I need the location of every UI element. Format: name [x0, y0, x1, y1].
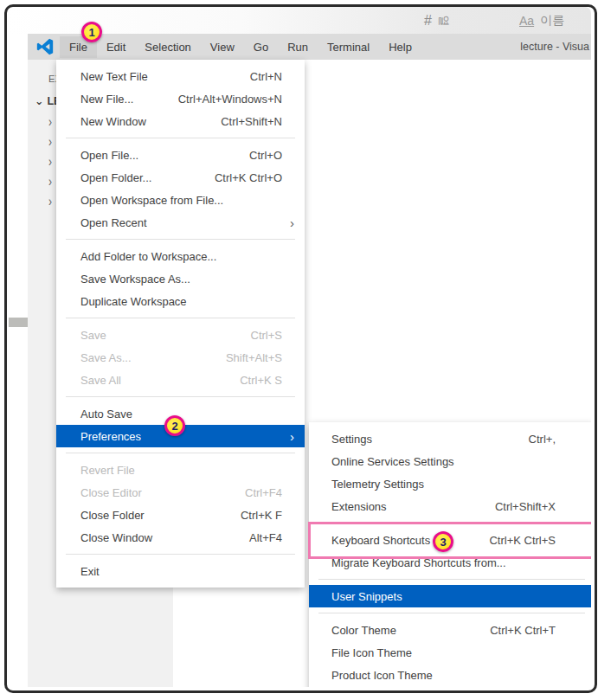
menu-item-shortcut: Ctrl+N [250, 70, 294, 83]
menu-item-label: Open Folder... [80, 171, 151, 184]
menubar-item-go[interactable]: Go [244, 36, 278, 58]
aa-icon: Aa [519, 14, 534, 28]
menu-item-label: Close Window [80, 531, 152, 544]
column-label: 열 [435, 16, 451, 27]
menu-item-shortcut: Ctrl+Alt+Windows+N [178, 93, 294, 106]
menu-item-new-file[interactable]: New File...Ctrl+Alt+Windows+N [56, 87, 305, 110]
menu-item-shortcut: Ctrl+, [529, 433, 556, 446]
menu-separator [56, 234, 305, 245]
chevron-right-icon: › [48, 133, 52, 149]
menu-item-label: Add Folder to Workspace... [80, 250, 216, 263]
menu-item-label: Settings [331, 433, 372, 446]
menu-item-label: Preferences [80, 430, 141, 443]
menu-item-label: Save Workspace As... [80, 273, 190, 286]
menubar-item-edit[interactable]: Edit [97, 36, 135, 58]
menu-item-label: Online Services Settings [331, 455, 454, 468]
menu-item-shortcut: Ctrl+Shift+N [221, 115, 294, 128]
menu-item-new-window[interactable]: New WindowCtrl+Shift+N [56, 110, 305, 132]
menu-item-shortcut: Ctrl+F4 [245, 486, 294, 499]
menu-item-label: Exit [80, 565, 100, 578]
menu-separator [309, 607, 591, 619]
menu-item-duplicate-workspace[interactable]: Duplicate Workspace [56, 290, 305, 312]
menu-item-label: File Icon Theme [331, 646, 412, 659]
menu-separator [56, 391, 305, 402]
menu-item-label: Save [80, 329, 106, 342]
chevron-down-icon: ⌄ [35, 94, 43, 107]
explorer-tree-item[interactable]: › [48, 132, 52, 151]
menu-item-shortcut: Ctrl+K Ctrl+S [489, 534, 556, 547]
menu-separator [309, 517, 591, 529]
submenu-arrow-icon: › [290, 216, 294, 229]
explorer-tree-item[interactable]: › [48, 151, 52, 171]
explorer-tree-item[interactable]: › [48, 112, 52, 132]
menu-item-label: Duplicate Workspace [80, 295, 187, 308]
menubar-item-terminal[interactable]: Terminal [318, 36, 379, 58]
menu-item-telemetry-settings[interactable]: Telemetry Settings [309, 472, 591, 495]
menu-item-new-text-file[interactable]: New Text FileCtrl+N [56, 65, 305, 87]
menu-item-label: Save All [80, 374, 121, 387]
menu-bar-items: FileEditSelectionViewGoRunTerminalHelp [60, 36, 421, 58]
menu-item-label: Keyboard Shortcuts [331, 534, 430, 547]
menu-item-product-icon-theme[interactable]: Product Icon Theme [309, 664, 591, 686]
menu-item-shortcut: Alt+F4 [249, 531, 294, 544]
menu-item-settings[interactable]: SettingsCtrl+, [309, 427, 591, 450]
step-badge-1: 1 [81, 22, 102, 42]
menu-item-user-snippets[interactable]: User Snippets [309, 585, 591, 607]
chevron-right-icon: › [48, 193, 52, 209]
window-title: lecture - Visua [520, 41, 589, 53]
menu-item-label: Close Editor [80, 486, 142, 499]
menu-item-label: Close Folder [80, 509, 145, 522]
menu-item-extensions[interactable]: ExtensionsCtrl+Shift+X [309, 495, 591, 517]
menu-item-close-window[interactable]: Close WindowAlt+F4 [56, 526, 305, 549]
menu-item-shortcut: Ctrl+Shift+X [495, 500, 556, 513]
menu-item-label: Open Workspace from File... [80, 194, 223, 207]
hash-icon: # [424, 13, 432, 29]
menu-item-label: Open Recent [80, 216, 147, 229]
explorer-tree-item[interactable]: › [48, 171, 52, 191]
chevron-right-icon: › [48, 113, 52, 129]
menu-item-label: Save As... [80, 351, 132, 364]
menu-item-open-recent[interactable]: Open Recent› [56, 211, 305, 234]
menu-bar: FileEditSelectionViewGoRunTerminalHelp l… [28, 34, 591, 60]
menu-item-migrate-keyboard-shortcuts-from[interactable]: Migrate Keyboard Shortcuts from... [309, 551, 591, 574]
menu-separator [56, 132, 305, 144]
step-badge-2: 2 [164, 415, 185, 436]
menu-separator [56, 447, 305, 459]
submenu-arrow-icon: › [290, 430, 294, 443]
name-header-group: Aa 이름 [519, 13, 564, 29]
menu-item-label: New File... [80, 93, 133, 106]
menubar-item-view[interactable]: View [201, 36, 244, 58]
menu-item-shortcut: Ctrl+K Ctrl+O [215, 171, 294, 184]
screenshot-frame: # 열 Aa 이름 FileEditSelectionViewGoRunTerm… [0, 0, 598, 700]
menu-item-open-folder[interactable]: Open Folder...Ctrl+K Ctrl+O [56, 166, 305, 189]
menu-item-label: Extensions [331, 500, 387, 513]
menu-item-close-folder[interactable]: Close FolderCtrl+K F [56, 504, 305, 526]
window-content: # 열 Aa 이름 FileEditSelectionViewGoRunTerm… [7, 7, 591, 687]
menu-item-file-icon-theme[interactable]: File Icon Theme [309, 641, 591, 664]
menu-item-open-file[interactable]: Open File...Ctrl+O [56, 144, 305, 166]
explorer-tree-item[interactable]: › [48, 191, 52, 211]
menu-item-exit[interactable]: Exit [56, 560, 305, 582]
menu-separator [56, 549, 305, 560]
menu-item-color-theme[interactable]: Color ThemeCtrl+K Ctrl+T [309, 619, 591, 641]
menu-item-add-folder-to-workspace[interactable]: Add Folder to Workspace... [56, 245, 305, 267]
menu-item-shortcut: Ctrl+O [249, 149, 294, 162]
menu-item-revert-file: Revert File [56, 459, 305, 481]
step-badge-3: 3 [433, 531, 453, 552]
page-scroll-thumb[interactable] [9, 318, 28, 327]
menu-item-label: User Snippets [331, 590, 402, 603]
menubar-item-run[interactable]: Run [278, 36, 318, 58]
menu-item-shortcut: Ctrl+S [251, 329, 294, 342]
explorer-tree: ››››› [48, 112, 52, 211]
menubar-item-selection[interactable]: Selection [135, 36, 200, 58]
menu-item-online-services-settings[interactable]: Online Services Settings [309, 450, 591, 472]
menu-item-save-workspace-as[interactable]: Save Workspace As... [56, 267, 305, 290]
menubar-item-help[interactable]: Help [379, 36, 421, 58]
menu-item-label: Auto Save [80, 408, 132, 421]
chevron-right-icon: › [48, 173, 52, 189]
file-menu: New Text FileCtrl+NNew File...Ctrl+Alt+W… [56, 60, 305, 588]
menu-item-close-editor: Close EditorCtrl+F4 [56, 481, 305, 504]
menu-item-save-as: Save As...Shift+Alt+S [56, 346, 305, 369]
menu-item-open-workspace-from-file[interactable]: Open Workspace from File... [56, 189, 305, 211]
menu-item-shortcut: Ctrl+K S [240, 374, 294, 387]
